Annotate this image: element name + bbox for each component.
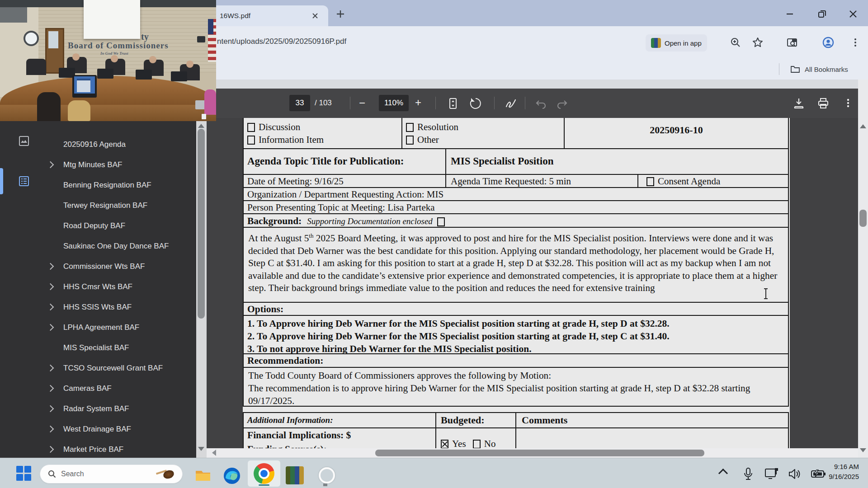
pdf-horizontal-scrollbar[interactable] xyxy=(207,448,858,458)
scroll-down-arrow[interactable] xyxy=(860,448,866,455)
budgeted-header-cell: Budgeted: xyxy=(435,412,516,428)
display-cast-icon[interactable] xyxy=(764,467,779,481)
microphone-icon[interactable] xyxy=(742,467,754,481)
taskbar-search[interactable]: Search xyxy=(40,465,183,483)
outline-item[interactable]: Commissioner Wts BAF xyxy=(44,256,193,277)
outline-item[interactable]: HHS SSIS Wts BAF xyxy=(44,297,193,317)
open-in-app-button[interactable]: Open in app xyxy=(646,34,707,52)
toolbar-divider xyxy=(494,97,495,109)
outline-item[interactable]: Market Price BAF xyxy=(44,439,193,460)
scroll-left-arrow[interactable] xyxy=(209,450,216,456)
file-explorer-icon[interactable] xyxy=(193,466,212,485)
screen: 16WS.pdf ntent/uploads/2025/09/20250916P… xyxy=(0,0,868,488)
toolbar-divider xyxy=(525,97,525,109)
profile-icon[interactable] xyxy=(822,36,835,49)
edge-icon[interactable] xyxy=(222,466,241,485)
taskbar-clock[interactable]: 9:16 AM 9/16/2025 xyxy=(809,462,859,482)
outline-item[interactable]: MIS Specialist BAF xyxy=(44,338,193,358)
sidebar-scrollbar[interactable] xyxy=(196,118,207,458)
comments-header-cell: Comments xyxy=(515,412,789,428)
item-type-cell-mid: Resolution Other xyxy=(401,118,565,149)
checkbox-budgeted-no xyxy=(473,440,481,448)
page-vertical-scrollbar[interactable] xyxy=(858,80,868,458)
rotate-icon[interactable] xyxy=(469,97,482,110)
checkbox-budgeted-yes xyxy=(441,440,448,448)
pinned-app-icon[interactable] xyxy=(286,466,304,484)
side-panel-search-icon[interactable] xyxy=(786,36,798,49)
chevron-right-icon[interactable] xyxy=(47,365,54,372)
chevron-right-icon[interactable] xyxy=(47,446,54,453)
outline-item[interactable]: LPHA Agreement BAF xyxy=(44,317,193,338)
sidebar-scroll-thumb[interactable] xyxy=(198,129,205,319)
chrome-active-plate[interactable] xyxy=(248,460,280,487)
zoom-out-button[interactable]: − xyxy=(359,98,365,108)
checkbox-discussion xyxy=(247,123,255,132)
chevron-right-icon[interactable] xyxy=(47,283,54,291)
meeting-video-feed[interactable]: ty Board of Commissioners In God We Trus… xyxy=(0,0,216,121)
checkbox-consent-agenda xyxy=(646,177,654,186)
tray-chevron-up-icon[interactable] xyxy=(720,467,726,477)
window-minimize-icon[interactable] xyxy=(783,7,797,21)
chevron-right-icon[interactable] xyxy=(47,263,54,270)
window-restore-icon[interactable] xyxy=(815,7,829,21)
open-in-app-label: Open in app xyxy=(665,39,702,47)
outline-item[interactable]: Mtg Minutes BAF xyxy=(44,155,193,175)
print-icon[interactable] xyxy=(816,97,830,110)
scroll-up-arrow[interactable] xyxy=(198,121,204,128)
door-window xyxy=(48,31,58,48)
outline-item[interactable]: Road Deputy BAF xyxy=(44,216,193,236)
new-tab-icon[interactable] xyxy=(335,8,346,20)
chevron-right-icon[interactable] xyxy=(47,426,54,433)
outline-item[interactable]: TCSO Sourcewell Grant BAF xyxy=(44,358,193,378)
all-bookmarks-label: All Bookmarks xyxy=(805,66,848,73)
outline-item[interactable]: Terwey Resignation BAF xyxy=(44,195,193,216)
outline-item[interactable]: West Drainage BAF xyxy=(44,419,193,439)
chevron-right-icon[interactable] xyxy=(47,304,54,311)
speaker-icon[interactable] xyxy=(788,467,801,481)
annotate-pen-icon[interactable] xyxy=(504,97,518,110)
undo-icon[interactable] xyxy=(535,97,547,110)
time-requested-cell: Agenda Time Requested: 5 min xyxy=(445,174,638,188)
chevron-right-icon[interactable] xyxy=(47,324,54,331)
chevron-right-icon[interactable] xyxy=(47,405,54,413)
chevron-right-icon[interactable] xyxy=(47,385,54,392)
bookmark-star-icon[interactable] xyxy=(751,36,764,49)
outline-item[interactable]: Benning Resignation BAF xyxy=(44,175,193,195)
tab-close-icon[interactable] xyxy=(310,11,320,21)
zoom-level-input[interactable]: 110% xyxy=(379,95,409,111)
chrome-icon[interactable] xyxy=(254,463,274,484)
scroll-down-arrow[interactable] xyxy=(198,447,204,454)
outline-item[interactable]: HHS Cmsr Wts BAF xyxy=(44,277,193,297)
window-close-icon[interactable] xyxy=(846,7,860,21)
pdf-menu-kebab-icon[interactable] xyxy=(842,97,854,109)
all-bookmarks-button[interactable]: All Bookmarks xyxy=(790,63,848,75)
download-icon[interactable] xyxy=(792,97,806,110)
url-bar[interactable]: ntent/uploads/2025/09/20250916P.pdf xyxy=(217,37,346,46)
zoom-icon[interactable] xyxy=(729,36,742,49)
desk-monitor xyxy=(136,70,152,80)
pdf-sidebar: 20250916 Agenda Mtg Minutes BAF Benning … xyxy=(0,118,207,458)
outline-active-indicator xyxy=(0,168,3,194)
outline-item[interactable]: Saukinac One Day Dance BAF xyxy=(44,236,193,256)
thumbnails-view-icon[interactable] xyxy=(18,135,30,147)
vertical-scroll-thumb[interactable] xyxy=(859,210,867,227)
outline-view-icon[interactable] xyxy=(18,175,30,187)
loading-app-icon[interactable] xyxy=(316,466,335,484)
redo-icon[interactable] xyxy=(556,97,568,110)
scroll-up-arrow[interactable] xyxy=(860,121,866,128)
organization-cell: Organization / Department Requesting Act… xyxy=(243,187,789,201)
additional-info-cell: Additional Information: xyxy=(243,412,436,428)
horizontal-scroll-thumb[interactable] xyxy=(375,450,704,456)
outline-item[interactable]: Cameras BAF xyxy=(44,378,193,399)
zoom-in-button[interactable]: + xyxy=(415,97,421,108)
outline-item[interactable]: Radar System BAF xyxy=(44,399,193,419)
clock-time: 9:16 AM xyxy=(809,462,859,472)
browser-menu-kebab-icon[interactable] xyxy=(849,36,862,49)
fit-page-icon[interactable] xyxy=(446,97,460,110)
us-flag xyxy=(208,19,216,62)
chevron-right-icon[interactable] xyxy=(47,161,54,169)
page-number-input[interactable]: 33 xyxy=(289,95,310,111)
outline-item[interactable]: 20250916 Agenda xyxy=(44,134,193,155)
start-button[interactable] xyxy=(16,466,32,481)
commissioner-chair xyxy=(26,59,46,75)
